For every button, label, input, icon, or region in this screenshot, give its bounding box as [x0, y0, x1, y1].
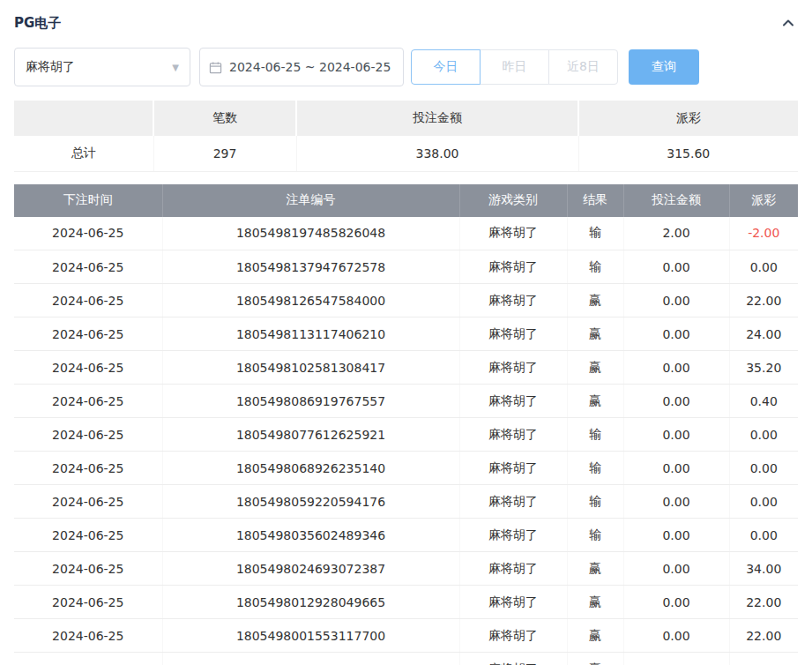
today-button[interactable]: 今日	[411, 49, 480, 85]
cell-bet-time: 2024-06-25	[14, 452, 162, 485]
cell-game-type: 麻将胡了	[459, 318, 567, 351]
cell-result: 赢	[567, 284, 623, 318]
game-select-value: 麻将胡了	[26, 59, 75, 75]
table-row: 2024-06-25 1805498086919767557 麻将胡了 赢 0.…	[14, 385, 798, 418]
cell-payout: 0.00	[729, 250, 798, 284]
column-header: 注单编号	[162, 184, 459, 217]
cell-payout: 0.00	[729, 452, 798, 485]
cell-bet-amount: 0.00	[623, 653, 729, 665]
cell-payout: 35.20	[729, 351, 798, 385]
cell-bet-time: 2024-06-25	[14, 485, 162, 519]
cell-bet-time: 2024-06-25	[14, 619, 162, 653]
cell-game-type: 麻将胡了	[459, 284, 567, 318]
summary-total-count: 297	[153, 136, 296, 171]
summary-total-bet-amount: 338.00	[296, 136, 578, 171]
cell-payout: 34.00	[729, 552, 798, 586]
cell-bet-id: 1805498001553117700	[162, 619, 459, 653]
table-row: 2024-06-25 1805498113117406210 麻将胡了 赢 0.…	[14, 318, 798, 351]
cell-result: 输	[567, 519, 623, 552]
cell-result: 赢	[567, 552, 623, 586]
cell-bet-time: 2024-06-25	[14, 653, 162, 665]
cell-bet-time: 2024-06-25	[14, 519, 162, 552]
table-row: 2024-06-25 1805498197485826048 麻将胡了 输 2.…	[14, 217, 798, 250]
cell-result: 输	[567, 418, 623, 452]
cell-bet-id: 1805498126547584000	[162, 284, 459, 318]
cell-result: 输	[567, 452, 623, 485]
cell-payout: 22.00	[729, 284, 798, 318]
cell-bet-id: 1805497985845448963	[162, 653, 459, 665]
cell-payout: -2.00	[729, 217, 798, 250]
cell-game-type: 麻将胡了	[459, 619, 567, 653]
last-8-days-button[interactable]: 近8日	[548, 49, 618, 85]
cell-game-type: 麻将胡了	[459, 385, 567, 418]
quick-range-button-group: 今日 昨日 近8日	[411, 49, 618, 85]
column-header: 下注时间	[14, 184, 162, 217]
column-header: 派彩	[729, 184, 798, 217]
cell-payout: 22.00	[729, 619, 798, 653]
cell-payout: 0.40	[729, 385, 798, 418]
game-select[interactable]: 麻将胡了 ▼	[14, 48, 190, 86]
table-row: 2024-06-25 1805498077612625921 麻将胡了 输 0.…	[14, 418, 798, 452]
cell-bet-time: 2024-06-25	[14, 586, 162, 619]
table-row: 2024-06-25 1805498126547584000 麻将胡了 赢 0.…	[14, 284, 798, 318]
page-title: PG电子	[14, 15, 61, 32]
calendar-icon	[209, 61, 222, 74]
column-header: 投注金额	[623, 184, 729, 217]
summary-header-bet-amount: 投注金额	[296, 101, 578, 136]
cell-bet-id: 1805498059220594176	[162, 485, 459, 519]
search-button[interactable]: 查询	[629, 49, 699, 85]
summary-header-count: 笔数	[153, 101, 296, 136]
table-row: 2024-06-25 1805498137947672578 麻将胡了 输 0.…	[14, 250, 798, 284]
cell-bet-amount: 0.00	[623, 318, 729, 351]
cell-game-type: 麻将胡了	[459, 485, 567, 519]
cell-bet-time: 2024-06-25	[14, 250, 162, 284]
date-range-picker[interactable]: 2024-06-25 ~ 2024-06-25	[199, 48, 404, 86]
cell-result: 赢	[567, 653, 623, 665]
yesterday-button[interactable]: 昨日	[480, 49, 549, 85]
cell-bet-amount: 0.00	[623, 619, 729, 653]
date-range-value: 2024-06-25 ~ 2024-06-25	[229, 60, 391, 74]
table-row: 2024-06-25 1805498102581308417 麻将胡了 赢 0.…	[14, 351, 798, 385]
table-row: 2024-06-25 1805498024693072387 麻将胡了 赢 0.…	[14, 552, 798, 586]
bet-table-head-row: 下注时间注单编号游戏类别结果投注金额派彩	[14, 184, 798, 217]
summary-header-row: 笔数 投注金额 派彩	[14, 101, 798, 136]
cell-result: 赢	[567, 385, 623, 418]
summary-empty-cell	[14, 101, 153, 136]
cell-game-type: 麻将胡了	[459, 250, 567, 284]
cell-bet-time: 2024-06-25	[14, 284, 162, 318]
cell-bet-amount: 2.00	[623, 217, 729, 250]
chevron-down-icon: ▼	[172, 63, 179, 72]
table-row: 2024-06-25 1805498059220594176 麻将胡了 输 0.…	[14, 485, 798, 519]
cell-bet-amount: 0.00	[623, 586, 729, 619]
cell-bet-time: 2024-06-25	[14, 318, 162, 351]
cell-payout: 0.00	[729, 485, 798, 519]
cell-game-type: 麻将胡了	[459, 217, 567, 250]
cell-bet-amount: 0.00	[623, 351, 729, 385]
table-row: 2024-06-25 1805498068926235140 麻将胡了 输 0.…	[14, 452, 798, 485]
cell-bet-amount: 0.00	[623, 485, 729, 519]
cell-bet-id: 1805498086919767557	[162, 385, 459, 418]
cell-bet-id: 1805498137947672578	[162, 250, 459, 284]
cell-payout: 22.00	[729, 586, 798, 619]
cell-bet-id: 1805498197485826048	[162, 217, 459, 250]
cell-game-type: 麻将胡了	[459, 519, 567, 552]
summary-table: 笔数 投注金额 派彩 总计 297 338.00 315.60	[14, 101, 798, 172]
cell-result: 赢	[567, 351, 623, 385]
summary-total-payout: 315.60	[578, 136, 798, 171]
cell-bet-amount: 0.00	[623, 552, 729, 586]
collapse-chevron-up-icon[interactable]	[778, 14, 798, 32]
cell-payout: 24.00	[729, 318, 798, 351]
column-header: 游戏类别	[459, 184, 567, 217]
cell-bet-id: 1805498035602489346	[162, 519, 459, 552]
cell-bet-amount: 0.00	[623, 452, 729, 485]
cell-bet-id: 1805498024693072387	[162, 552, 459, 586]
cell-bet-time: 2024-06-25	[14, 385, 162, 418]
table-row: 2024-06-25 1805497985845448963 麻将胡了 赢 0.…	[14, 653, 798, 665]
filter-bar: 麻将胡了 ▼ 2024-06-25 ~ 2024-06-25 今日 昨日 近8日…	[14, 48, 798, 86]
cell-result: 输	[567, 250, 623, 284]
cell-result: 赢	[567, 619, 623, 653]
cell-bet-amount: 0.00	[623, 250, 729, 284]
bet-records-table: 下注时间注单编号游戏类别结果投注金额派彩 2024-06-25 18054981…	[14, 184, 798, 665]
cell-game-type: 麻将胡了	[459, 418, 567, 452]
panel-header: PG电子	[14, 11, 798, 35]
